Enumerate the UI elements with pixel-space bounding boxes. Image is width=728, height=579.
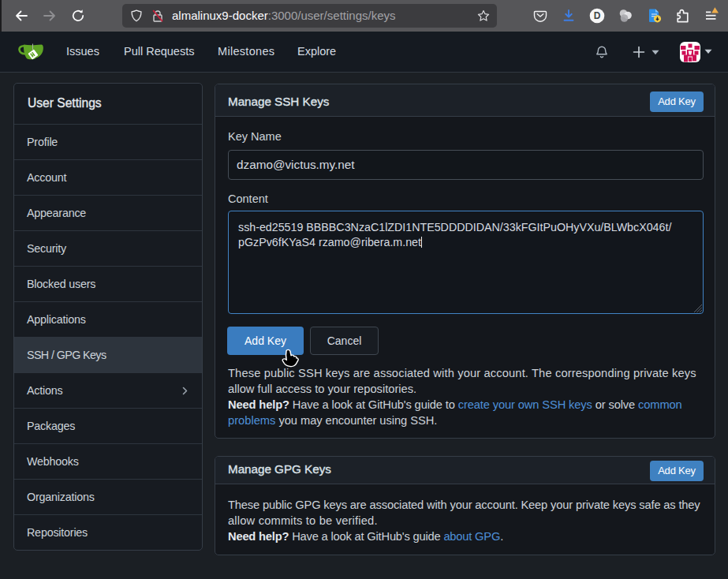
svg-text:D: D: [594, 10, 601, 21]
